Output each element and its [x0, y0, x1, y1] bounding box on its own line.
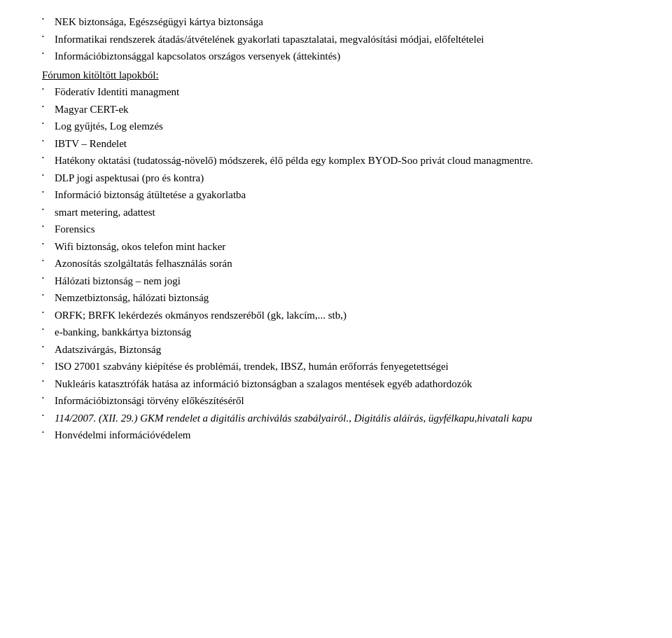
- forum-label: Fórumon kitöltött lapokból:: [42, 67, 630, 83]
- list-item: • smart metering, adattest: [42, 204, 630, 221]
- bullet-icon: •: [42, 274, 55, 284]
- bullet-icon: •: [42, 222, 55, 232]
- list-item: • Adatszivárgás, Biztonság: [42, 342, 630, 358]
- list-item-text: Információbiztonsággal kapcsolatos orszá…: [55, 48, 630, 64]
- list-item: • Föderatív Identiti managment: [42, 84, 630, 100]
- list-item: • Információ biztonság átültetése a gyak…: [42, 187, 630, 203]
- list-item: • 114/2007. (XII. 29.) GKM rendelet a di…: [42, 410, 630, 427]
- list-item: • Információbiztonsággal kapcsolatos ors…: [42, 48, 630, 64]
- forum-label-text: Fórumon kitöltött lapokból:: [42, 69, 159, 81]
- bullet-icon: •: [42, 428, 55, 438]
- list-item: • Forensics: [42, 221, 630, 237]
- list-item: • e-banking, bankkártya biztonság: [42, 324, 630, 340]
- list-item-text: e-banking, bankkártya biztonság: [55, 324, 630, 340]
- bullet-icon: •: [42, 394, 55, 403]
- bullet-icon: •: [42, 15, 55, 25]
- list-item: • DLP jogi aspektusai (pro és kontra): [42, 170, 630, 186]
- list-item: • Honvédelmi információvédelem: [42, 427, 630, 443]
- bullet-icon: •: [42, 205, 55, 215]
- list-item-text: Azonosítás szolgáltatás felhasználás sor…: [55, 256, 630, 272]
- list-item-text: Magyar CERT-ek: [55, 102, 630, 118]
- list-item: • ISO 27001 szabvány kiépítése és problé…: [42, 359, 630, 375]
- list-item: • ORFK; BRFK lekérdezés okmányos rendsze…: [42, 307, 630, 324]
- bullet-icon: •: [42, 153, 55, 163]
- list-item: • Log gyűjtés, Log elemzés: [42, 118, 630, 134]
- list-item-text: NEK biztonsága, Egészségügyi kártya bizt…: [55, 14, 630, 30]
- bullet-icon: •: [42, 359, 55, 369]
- list-item-text: Nukleáris katasztrófák hatása az informá…: [55, 376, 630, 392]
- bullet-icon: •: [42, 411, 55, 421]
- list-item-text: Log gyűjtés, Log elemzés: [55, 118, 630, 134]
- list-item: • Információbiztonsági törvény előkészít…: [42, 393, 630, 409]
- list-item: • Nukleáris katasztrófák hatása az infor…: [42, 376, 630, 392]
- list-item-text: IBTV – Rendelet: [55, 136, 630, 152]
- bullet-icon: •: [42, 291, 55, 300]
- list-item: • Informatikai rendszerek átadás/átvétel…: [42, 32, 630, 48]
- list-item-text: Forensics: [55, 221, 630, 237]
- list-item-text: Wifi biztonság, okos telefon mint hacker: [55, 239, 630, 255]
- list-item-text: Föderatív Identiti managment: [55, 84, 630, 100]
- bullet-icon: •: [42, 85, 55, 95]
- top-list: • NEK biztonsága, Egészségügyi kártya bi…: [42, 14, 630, 64]
- list-item: • Magyar CERT-ek: [42, 102, 630, 118]
- bullet-icon: •: [42, 240, 55, 249]
- list-item: • IBTV – Rendelet: [42, 136, 630, 152]
- list-item-text: Információbiztonsági törvény előkészítés…: [55, 393, 630, 409]
- main-content: • NEK biztonsága, Egészségügyi kártya bi…: [42, 14, 630, 443]
- list-item-text: Nemzetbiztonság, hálózati biztonság: [55, 290, 630, 306]
- list-item: • Azonosítás szolgáltatás felhasználás s…: [42, 256, 630, 272]
- bullet-icon: •: [42, 325, 55, 335]
- list-item-text: Informatikai rendszerek átadás/átvételén…: [55, 32, 630, 48]
- bullet-icon: •: [42, 377, 55, 387]
- bullet-icon: •: [42, 256, 55, 266]
- bullet-icon: •: [42, 171, 55, 181]
- list-item-text: Információ biztonság átültetése a gyakor…: [55, 187, 630, 203]
- bullet-icon: •: [42, 342, 55, 352]
- list-item: • Hatékony oktatási (tudatosság-növelő) …: [42, 153, 630, 169]
- list-item: • NEK biztonsága, Egészségügyi kártya bi…: [42, 14, 630, 30]
- list-item-text: DLP jogi aspektusai (pro és kontra): [55, 170, 630, 186]
- list-item: • Wifi biztonság, okos telefon mint hack…: [42, 239, 630, 255]
- list-item: • Hálózati biztonság – nem jogi: [42, 273, 630, 289]
- list-item-text: Hatékony oktatási (tudatosság-növelő) mó…: [55, 153, 630, 169]
- list-item-text: ISO 27001 szabvány kiépítése és problémá…: [55, 359, 630, 375]
- bullet-icon: •: [42, 49, 55, 59]
- bullet-icon: •: [42, 119, 55, 129]
- bullet-icon: •: [42, 32, 55, 42]
- list-item-text: smart metering, adattest: [55, 204, 630, 221]
- list-item: • Nemzetbiztonság, hálózati biztonság: [42, 290, 630, 306]
- forum-list: • Föderatív Identiti managment • Magyar …: [42, 84, 630, 443]
- bullet-icon: •: [42, 308, 55, 318]
- list-item-text: ORFK; BRFK lekérdezés okmányos rendszeré…: [55, 307, 630, 324]
- bullet-icon: •: [42, 102, 55, 112]
- bullet-icon: •: [42, 137, 55, 146]
- bullet-icon: •: [42, 188, 55, 197]
- list-item-text: 114/2007. (XII. 29.) GKM rendelet a digi…: [55, 410, 630, 427]
- list-item-text: Honvédelmi információvédelem: [55, 427, 630, 443]
- list-item-text: Adatszivárgás, Biztonság: [55, 342, 630, 358]
- list-item-text: Hálózati biztonság – nem jogi: [55, 273, 630, 289]
